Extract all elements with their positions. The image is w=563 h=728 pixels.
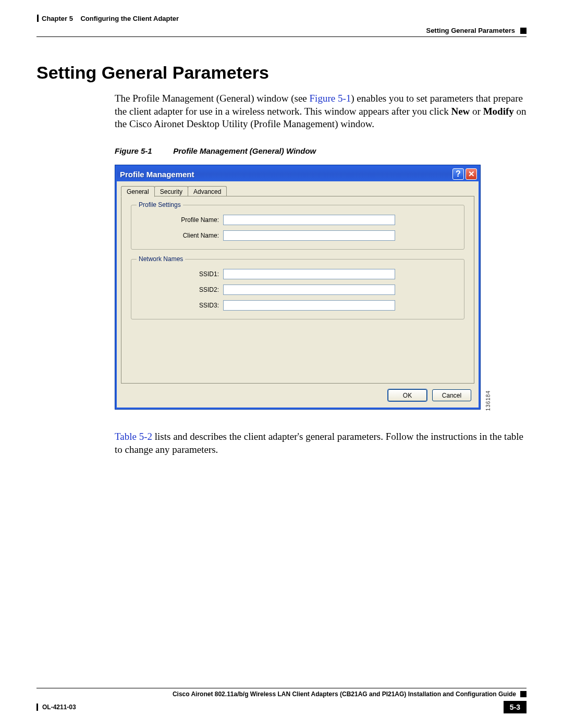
titlebar[interactable]: Profile Management ? ✕ [117,167,479,181]
doc-id-wrap: OL-4211-03 [36,704,76,711]
table-ref-paragraph: Table 5-2 lists and describes the client… [115,430,527,456]
figure-caption: Figure 5-1 Profile Management (General) … [115,146,527,155]
row-ssid1: SSID1: [140,269,456,279]
label-client-name: Client Name: [140,232,223,239]
para2-post: lists and describes the client adapter's… [115,431,523,455]
page-footer: Cisco Aironet 802.11a/b/g Wireless LAN C… [36,688,527,713]
label-ssid1: SSID1: [140,270,223,278]
tab-advanced[interactable]: Advanced [188,186,227,196]
figure-caption-text: Profile Management (General) Window [173,146,316,155]
tabstrip: General Security Advanced [121,186,474,196]
section-heading: Setting General Parameters [36,63,527,83]
header-square-icon [520,28,527,34]
chapter-title: Configuring the Client Adapter [80,15,179,22]
header-section-title: Setting General Parameters [426,27,515,34]
group-profile-settings: Profile Settings Profile Name: Client Na… [131,205,464,250]
guide-title: Cisco Aironet 802.11a/b/g Wireless LAN C… [173,690,516,698]
page-number: 5-3 [504,701,527,713]
tab-panel-general: Profile Settings Profile Name: Client Na… [121,196,474,384]
row-ssid3: SSID3: [140,300,456,311]
doc-id: OL-4211-03 [42,704,76,711]
intro-or: or [470,106,483,117]
chapter-label: Chapter 5 Configuring the Client Adapter [36,15,179,22]
intro-paragraph: The Profile Management (General) window … [115,92,527,131]
row-profile-name: Profile Name: [140,215,456,225]
intro-pre: The Profile Management (General) window … [115,93,310,104]
footer-rule [36,688,527,688]
label-ssid3: SSID3: [140,302,223,309]
page-header: Chapter 5 Configuring the Client Adapter… [36,15,527,35]
bold-new: New [451,106,470,117]
cancel-button[interactable]: Cancel [432,389,471,401]
group-network-names: Network Names SSID1: SSID2: SSID3: [131,259,464,319]
header-rule [36,36,527,37]
input-client-name[interactable] [223,230,395,241]
header-accent-bar [37,15,39,22]
tab-security[interactable]: Security [154,186,188,196]
footer-accent-bar [36,704,38,711]
label-ssid2: SSID2: [140,286,223,293]
screenshot-id: 136184 [485,390,491,411]
bold-modify: Modify [483,106,514,117]
group-legend-network: Network Names [137,255,185,263]
figure-link[interactable]: Figure 5-1 [310,93,351,104]
screenshot-container: Profile Management ? ✕ General Security … [115,165,489,410]
table-link[interactable]: Table 5-2 [115,431,152,442]
profile-management-dialog: Profile Management ? ✕ General Security … [115,165,481,410]
dialog-body: General Security Advanced Profile Settin… [117,181,479,408]
row-ssid2: SSID2: [140,285,456,295]
figure-caption-num: Figure 5-1 [115,146,171,155]
input-ssid1[interactable] [223,269,395,279]
footer-square-icon [520,691,527,697]
label-profile-name: Profile Name: [140,216,223,224]
main-content: Setting General Parameters The Profile M… [36,63,527,461]
input-ssid2[interactable] [223,285,395,295]
window-title: Profile Management [120,170,451,179]
ok-button[interactable]: OK [388,389,427,401]
input-profile-name[interactable] [223,215,395,225]
group-legend-profile: Profile Settings [137,201,183,208]
help-button[interactable]: ? [452,168,464,180]
input-ssid3[interactable] [223,300,395,311]
tab-general[interactable]: General [121,186,155,197]
row-client-name: Client Name: [140,230,456,241]
close-button[interactable]: ✕ [466,168,477,180]
dialog-buttons: OK Cancel [121,384,474,403]
chapter-num: Chapter 5 [42,15,73,22]
